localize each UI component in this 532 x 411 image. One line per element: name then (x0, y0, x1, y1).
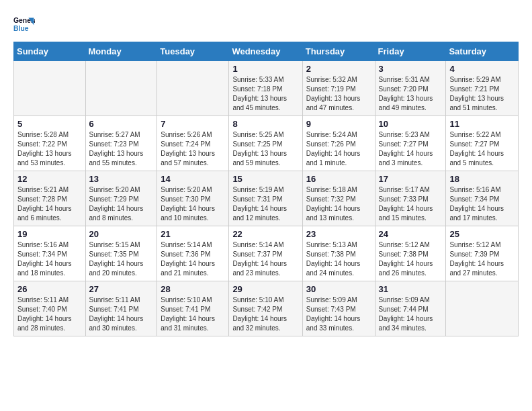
day-number: 23 (306, 229, 371, 239)
calendar-cell: 20Sunrise: 5:15 AMSunset: 7:35 PMDayligh… (85, 226, 157, 281)
day-number: 9 (306, 119, 371, 129)
day-info: Sunrise: 5:33 AMSunset: 7:18 PMDaylight:… (232, 75, 298, 113)
calendar-cell (85, 61, 157, 116)
calendar-cell: 7Sunrise: 5:26 AMSunset: 7:24 PMDaylight… (157, 116, 229, 171)
calendar-cell: 19Sunrise: 5:16 AMSunset: 7:34 PMDayligh… (14, 226, 86, 281)
day-info: Sunrise: 5:20 AMSunset: 7:30 PMDaylight:… (161, 185, 225, 223)
day-info: Sunrise: 5:21 AMSunset: 7:28 PMDaylight:… (17, 185, 82, 223)
day-info: Sunrise: 5:10 AMSunset: 7:42 PMDaylight:… (232, 295, 298, 333)
day-info: Sunrise: 5:29 AMSunset: 7:21 PMDaylight:… (449, 75, 515, 113)
day-info: Sunrise: 5:16 AMSunset: 7:34 PMDaylight:… (17, 240, 82, 278)
calendar-cell: 15Sunrise: 5:19 AMSunset: 7:31 PMDayligh… (229, 171, 302, 226)
day-number: 2 (306, 64, 371, 74)
day-info: Sunrise: 5:12 AMSunset: 7:38 PMDaylight:… (379, 240, 443, 278)
day-info: Sunrise: 5:12 AMSunset: 7:39 PMDaylight:… (449, 240, 515, 278)
calendar-cell: 1Sunrise: 5:33 AMSunset: 7:18 PMDaylight… (229, 61, 302, 116)
day-info: Sunrise: 5:24 AMSunset: 7:26 PMDaylight:… (306, 130, 371, 168)
day-number: 25 (449, 229, 515, 239)
calendar-table: SundayMondayTuesdayWednesdayThursdayFrid… (13, 42, 519, 336)
calendar-cell: 6Sunrise: 5:27 AMSunset: 7:23 PMDaylight… (85, 116, 157, 171)
calendar-cell: 16Sunrise: 5:18 AMSunset: 7:32 PMDayligh… (302, 171, 375, 226)
day-info: Sunrise: 5:18 AMSunset: 7:32 PMDaylight:… (306, 185, 371, 223)
calendar-cell: 27Sunrise: 5:11 AMSunset: 7:41 PMDayligh… (85, 281, 157, 336)
day-number: 19 (17, 229, 82, 239)
day-info: Sunrise: 5:28 AMSunset: 7:22 PMDaylight:… (17, 130, 82, 168)
calendar-cell: 18Sunrise: 5:16 AMSunset: 7:34 PMDayligh… (446, 171, 519, 226)
calendar-cell: 9Sunrise: 5:24 AMSunset: 7:26 PMDaylight… (302, 116, 375, 171)
day-info: Sunrise: 5:15 AMSunset: 7:35 PMDaylight:… (89, 240, 154, 278)
day-number: 7 (161, 119, 225, 129)
day-info: Sunrise: 5:25 AMSunset: 7:25 PMDaylight:… (232, 130, 298, 168)
day-number: 15 (232, 174, 298, 184)
day-number: 29 (232, 284, 298, 294)
calendar-cell: 12Sunrise: 5:21 AMSunset: 7:28 PMDayligh… (14, 171, 86, 226)
day-number: 6 (89, 119, 154, 129)
day-info: Sunrise: 5:27 AMSunset: 7:23 PMDaylight:… (89, 130, 154, 168)
calendar-cell: 28Sunrise: 5:10 AMSunset: 7:41 PMDayligh… (157, 281, 229, 336)
day-number: 12 (17, 174, 82, 184)
calendar-cell: 4Sunrise: 5:29 AMSunset: 7:21 PMDaylight… (446, 61, 519, 116)
calendar-cell: 8Sunrise: 5:25 AMSunset: 7:25 PMDaylight… (229, 116, 302, 171)
day-info: Sunrise: 5:31 AMSunset: 7:20 PMDaylight:… (379, 75, 443, 113)
day-number: 18 (449, 174, 515, 184)
day-info: Sunrise: 5:19 AMSunset: 7:31 PMDaylight:… (232, 185, 298, 223)
day-number: 11 (449, 119, 515, 129)
svg-text:Blue: Blue (13, 25, 29, 32)
logo: General Blue (13, 13, 35, 35)
day-info: Sunrise: 5:26 AMSunset: 7:24 PMDaylight:… (161, 130, 225, 168)
weekday-header-friday: Friday (375, 42, 446, 61)
day-info: Sunrise: 5:17 AMSunset: 7:33 PMDaylight:… (379, 185, 443, 223)
day-info: Sunrise: 5:11 AMSunset: 7:41 PMDaylight:… (89, 295, 154, 333)
day-number: 1 (232, 64, 298, 74)
day-info: Sunrise: 5:11 AMSunset: 7:40 PMDaylight:… (17, 295, 82, 333)
day-info: Sunrise: 5:14 AMSunset: 7:36 PMDaylight:… (161, 240, 225, 278)
day-number: 27 (89, 284, 154, 294)
calendar-cell: 2Sunrise: 5:32 AMSunset: 7:19 PMDaylight… (302, 61, 375, 116)
calendar-week-1: 1Sunrise: 5:33 AMSunset: 7:18 PMDaylight… (14, 61, 519, 116)
calendar-week-5: 26Sunrise: 5:11 AMSunset: 7:40 PMDayligh… (14, 281, 519, 336)
day-info: Sunrise: 5:10 AMSunset: 7:41 PMDaylight:… (161, 295, 225, 333)
calendar-cell: 22Sunrise: 5:14 AMSunset: 7:37 PMDayligh… (229, 226, 302, 281)
calendar-cell: 25Sunrise: 5:12 AMSunset: 7:39 PMDayligh… (446, 226, 519, 281)
weekday-header-row: SundayMondayTuesdayWednesdayThursdayFrid… (14, 42, 519, 61)
day-number: 17 (379, 174, 443, 184)
day-info: Sunrise: 5:23 AMSunset: 7:27 PMDaylight:… (379, 130, 443, 168)
calendar-week-4: 19Sunrise: 5:16 AMSunset: 7:34 PMDayligh… (14, 226, 519, 281)
calendar-cell: 21Sunrise: 5:14 AMSunset: 7:36 PMDayligh… (157, 226, 229, 281)
calendar-cell: 10Sunrise: 5:23 AMSunset: 7:27 PMDayligh… (375, 116, 446, 171)
calendar-cell: 23Sunrise: 5:13 AMSunset: 7:38 PMDayligh… (302, 226, 375, 281)
weekday-header-sunday: Sunday (14, 42, 86, 61)
day-info: Sunrise: 5:32 AMSunset: 7:19 PMDaylight:… (306, 75, 371, 113)
day-number: 16 (306, 174, 371, 184)
weekday-header-wednesday: Wednesday (229, 42, 302, 61)
calendar-cell: 26Sunrise: 5:11 AMSunset: 7:40 PMDayligh… (14, 281, 86, 336)
day-number: 30 (306, 284, 371, 294)
day-info: Sunrise: 5:14 AMSunset: 7:37 PMDaylight:… (232, 240, 298, 278)
day-info: Sunrise: 5:16 AMSunset: 7:34 PMDaylight:… (449, 185, 515, 223)
day-number: 26 (17, 284, 82, 294)
day-info: Sunrise: 5:09 AMSunset: 7:44 PMDaylight:… (379, 295, 443, 333)
page-header: General Blue (13, 13, 519, 35)
day-number: 13 (89, 174, 154, 184)
day-number: 3 (379, 64, 443, 74)
day-number: 20 (89, 229, 154, 239)
logo-icon: General Blue (13, 13, 35, 35)
calendar-cell: 3Sunrise: 5:31 AMSunset: 7:20 PMDaylight… (375, 61, 446, 116)
weekday-header-monday: Monday (85, 42, 157, 61)
calendar-cell (446, 281, 519, 336)
day-number: 22 (232, 229, 298, 239)
day-number: 31 (379, 284, 443, 294)
day-number: 10 (379, 119, 443, 129)
calendar-cell: 17Sunrise: 5:17 AMSunset: 7:33 PMDayligh… (375, 171, 446, 226)
day-info: Sunrise: 5:20 AMSunset: 7:29 PMDaylight:… (89, 185, 154, 223)
day-number: 4 (449, 64, 515, 74)
day-number: 8 (232, 119, 298, 129)
calendar-cell (14, 61, 86, 116)
calendar-cell: 5Sunrise: 5:28 AMSunset: 7:22 PMDaylight… (14, 116, 86, 171)
day-number: 5 (17, 119, 82, 129)
calendar-week-2: 5Sunrise: 5:28 AMSunset: 7:22 PMDaylight… (14, 116, 519, 171)
day-number: 21 (161, 229, 225, 239)
calendar-cell: 11Sunrise: 5:22 AMSunset: 7:27 PMDayligh… (446, 116, 519, 171)
calendar-cell (157, 61, 229, 116)
weekday-header-thursday: Thursday (302, 42, 375, 61)
